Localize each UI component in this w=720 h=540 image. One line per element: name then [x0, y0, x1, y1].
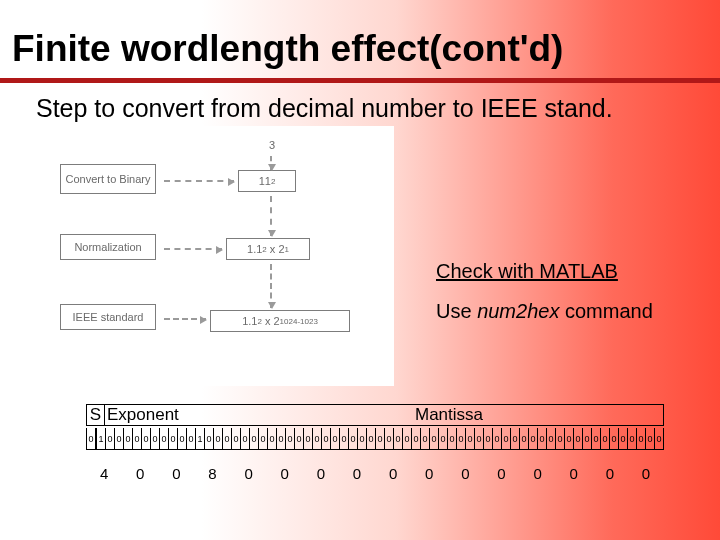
step-box-normalize: Normalization	[60, 234, 156, 260]
norm-base: 1.1	[247, 243, 262, 255]
bit-cell: 0	[619, 428, 628, 449]
slide-title: Finite wordlength effect(cont'd)	[12, 28, 708, 70]
bit-cell: 0	[286, 428, 295, 449]
use-prefix: Use	[436, 300, 477, 322]
ieee-sub: 2	[257, 317, 261, 326]
label-exponent: Exponent	[105, 405, 235, 425]
bit-cell: 0	[385, 428, 394, 449]
value-normalized: 1.12 x 21	[226, 238, 310, 260]
value-binary: 112	[238, 170, 296, 192]
bit-cell: 0	[124, 428, 133, 449]
arrow-icon	[270, 196, 272, 236]
bit-cell: 0	[250, 428, 259, 449]
hex-cell: 0	[339, 462, 375, 484]
bit-cell: 0	[376, 428, 385, 449]
bit-cell: 0	[214, 428, 223, 449]
bit-cell: 0	[421, 428, 430, 449]
bit-cell: 0	[313, 428, 322, 449]
bit-cell: 0	[646, 428, 655, 449]
bit-cell: 0	[466, 428, 475, 449]
hex-cell: 0	[122, 462, 158, 484]
bit-cell: 0	[340, 428, 349, 449]
bit-cell: 0	[205, 428, 214, 449]
slide: Finite wordlength effect(cont'd) Step to…	[0, 0, 720, 540]
bit-cell: 0	[133, 428, 142, 449]
bit-cell: 0	[115, 428, 124, 449]
bit-cell: 0	[277, 428, 286, 449]
bit-cell: 0	[538, 428, 547, 449]
bit-cell: 0	[583, 428, 592, 449]
bit-cell: 0	[241, 428, 250, 449]
bit-cell: 0	[322, 428, 331, 449]
bit-cell: 0	[628, 428, 637, 449]
bit-cell: 0	[493, 428, 502, 449]
hex-cell: 0	[556, 462, 592, 484]
bit-cell: 0	[502, 428, 511, 449]
norm-sub: 2	[262, 245, 266, 254]
use-command: num2hex	[477, 300, 559, 322]
bit-cell: 0	[556, 428, 565, 449]
value-decimal: 3	[248, 134, 296, 156]
arrow-icon	[270, 156, 272, 170]
subtitle: Step to convert from decimal number to I…	[36, 94, 613, 123]
use-command-text: Use num2hex command	[436, 300, 653, 323]
bit-cell: 0	[223, 428, 232, 449]
check-matlab-text: Check with MATLAB	[436, 260, 618, 283]
bit-headers: S Exponent Mantissa	[86, 404, 664, 426]
hex-cell: 4	[86, 462, 122, 484]
bit-cell: 0	[637, 428, 646, 449]
bit-cell: 0	[358, 428, 367, 449]
bit-cell: 0	[151, 428, 160, 449]
norm-exp: 1	[285, 245, 289, 254]
bit-cell: 0	[295, 428, 304, 449]
ieee-base: 1.1	[242, 315, 257, 327]
value-binary-main: 11	[259, 175, 271, 187]
hex-cell: 0	[411, 462, 447, 484]
bit-cell: 0	[655, 428, 663, 449]
bit-cell: 0	[87, 428, 97, 449]
hex-cell: 0	[375, 462, 411, 484]
bit-cell: 0	[268, 428, 277, 449]
bit-cell: 0	[610, 428, 619, 449]
step-box-ieee: IEEE standard	[60, 304, 156, 330]
hex-cell: 0	[483, 462, 519, 484]
value-ieee: 1.12 x 21024-1023	[210, 310, 350, 332]
hex-cell: 0	[447, 462, 483, 484]
hex-cell: 0	[303, 462, 339, 484]
bit-cell: 0	[169, 428, 178, 449]
arrow-icon	[164, 318, 206, 320]
bit-cell: 0	[520, 428, 529, 449]
conversion-diagram: Convert to Binary Normalization IEEE sta…	[54, 126, 394, 386]
ieee-exp: 1024-1023	[280, 317, 318, 326]
use-suffix: command	[559, 300, 652, 322]
bit-cell: 0	[601, 428, 610, 449]
title-underline	[0, 78, 720, 83]
bit-cell: 0	[394, 428, 403, 449]
bit-cell: 0	[304, 428, 313, 449]
arrow-icon	[270, 264, 272, 308]
bit-cell: 0	[403, 428, 412, 449]
bit-cell: 0	[565, 428, 574, 449]
label-mantissa: Mantissa	[235, 405, 663, 425]
bit-cell: 0	[484, 428, 493, 449]
bit-cell: 0	[448, 428, 457, 449]
arrow-icon	[164, 248, 222, 250]
bit-cell: 0	[547, 428, 556, 449]
arrow-icon	[164, 180, 234, 182]
bit-cell: 0	[232, 428, 241, 449]
hex-cell: 0	[267, 462, 303, 484]
bit-cell: 0	[367, 428, 376, 449]
bit-cell: 1	[97, 428, 106, 449]
bit-cell: 1	[196, 428, 205, 449]
label-sign: S	[87, 405, 105, 425]
hex-cell: 0	[231, 462, 267, 484]
bit-cell: 0	[439, 428, 448, 449]
bit-cell: 0	[529, 428, 538, 449]
hex-cell: 8	[194, 462, 230, 484]
bit-cell: 0	[511, 428, 520, 449]
bit-cell: 0	[412, 428, 421, 449]
hex-cell: 0	[520, 462, 556, 484]
bit-cell: 0	[592, 428, 601, 449]
hex-cell: 0	[628, 462, 664, 484]
bit-cell: 0	[187, 428, 196, 449]
